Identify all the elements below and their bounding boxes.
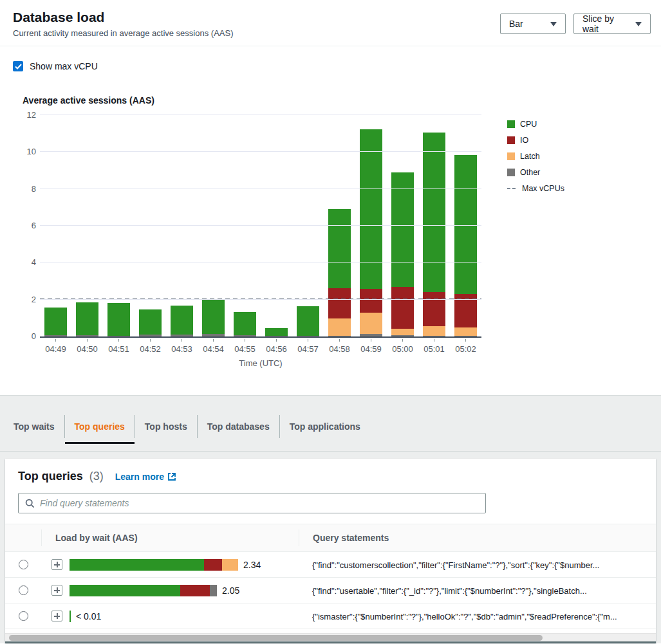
chevron-down-icon xyxy=(550,22,557,26)
stacked-bar-05:00[interactable] xyxy=(391,172,414,336)
pane-bottom-edge xyxy=(5,641,656,643)
expand-row-button[interactable] xyxy=(51,585,62,596)
load-value: 2.34 xyxy=(243,560,261,570)
chart-legend: CPU IO Latch Other Max vCPUs xyxy=(507,116,564,395)
table-row: < 0.01 {"ismaster":{"$numberInt":"?"},"h… xyxy=(5,603,656,629)
stacked-bar-04:55[interactable] xyxy=(234,312,256,336)
row-select-radio[interactable] xyxy=(19,585,28,595)
chevron-down-icon xyxy=(635,22,642,26)
stacked-bar-04:50[interactable] xyxy=(76,302,98,336)
table-row: 2.34 {"find":"customerscollection","filt… xyxy=(5,552,656,578)
slice-by-dropdown[interactable]: Slice by wait xyxy=(573,14,651,34)
y-tick-label: 6 xyxy=(18,221,36,231)
legend-item-latch: Latch xyxy=(507,152,564,161)
legend-item-max-vcpus: Max vCPUs xyxy=(507,184,564,193)
bar-segment-other xyxy=(76,335,98,336)
bar-segment-cpu xyxy=(202,299,225,334)
tab-top-applications[interactable]: Top applications xyxy=(279,415,370,438)
stacked-bar-04:58[interactable] xyxy=(328,209,351,336)
gridline xyxy=(40,151,481,152)
bar-segment-cpu xyxy=(44,308,67,335)
chart-title: Average active sessions (AAS) xyxy=(23,95,661,106)
query-statement-link[interactable]: {"find":"usertable","filter":{"_id":"?"}… xyxy=(312,586,587,596)
stacked-bar-04:59[interactable] xyxy=(360,129,382,336)
bar-segment-cpu xyxy=(454,155,477,294)
bar-segment-cpu xyxy=(171,306,193,335)
y-tick-label: 10 xyxy=(18,147,36,157)
stacked-bar-05:01[interactable] xyxy=(423,133,445,336)
lower-section: Top queries (3) Learn more Load by wait … xyxy=(0,452,661,643)
top-queries-table: Load by wait (AAS) Query statements 2.34… xyxy=(5,524,656,629)
dimension-tabs-band: Top waits Top queries Top hosts Top data… xyxy=(0,395,661,452)
load-segment-cpu xyxy=(70,585,180,596)
x-tick-label: 04:55 xyxy=(229,339,261,354)
bar-segment-cpu xyxy=(76,302,98,335)
x-tick-label: 04:53 xyxy=(166,339,198,354)
stacked-bar-04:57[interactable] xyxy=(297,306,319,336)
x-tick-label: 04:49 xyxy=(40,339,71,354)
x-tick-label: 05:02 xyxy=(450,339,481,354)
stacked-bar-04:56[interactable] xyxy=(265,328,288,336)
gridline xyxy=(40,225,481,226)
row-select-radio[interactable] xyxy=(19,560,28,569)
load-segment-io xyxy=(204,559,222,571)
chart-type-dropdown-value: Bar xyxy=(509,19,523,29)
bar-segment-latch xyxy=(423,326,445,336)
x-tick-label: 04:52 xyxy=(135,339,166,354)
expand-row-button[interactable] xyxy=(51,559,62,570)
chart-type-dropdown[interactable]: Bar xyxy=(500,14,566,34)
other-swatch-icon xyxy=(507,169,515,176)
x-tick-label: 04:50 xyxy=(71,339,103,354)
bar-segment-latch xyxy=(360,313,382,333)
tab-top-databases[interactable]: Top databases xyxy=(197,415,279,438)
panel-count: (3) xyxy=(89,470,104,483)
column-header-query: Query statements xyxy=(299,529,656,546)
bar-segment-other xyxy=(328,336,351,336)
bar-segment-cpu xyxy=(234,312,256,335)
bar-segment-other xyxy=(234,335,256,336)
stacked-bar-04:51[interactable] xyxy=(107,303,130,336)
scrollbar-thumb[interactable] xyxy=(9,635,543,641)
bar-segment-cpu xyxy=(107,303,130,336)
chart-plot: 024681012 xyxy=(40,116,481,338)
show-max-vcpu-checkbox[interactable] xyxy=(13,61,23,71)
aas-chart-section: Average active sessions (AAS) 024681012 … xyxy=(0,72,661,395)
search-input[interactable] xyxy=(40,498,479,508)
expand-row-button[interactable] xyxy=(51,611,62,621)
check-icon xyxy=(15,64,22,69)
bar-segment-other xyxy=(391,335,414,336)
stacked-bar-04:54[interactable] xyxy=(202,299,225,336)
bar-segment-io xyxy=(423,292,445,327)
bar-segment-cpu xyxy=(423,133,445,291)
query-statement-link[interactable]: {"find":"customerscollection","filter":{… xyxy=(312,560,599,571)
horizontal-scrollbar[interactable] xyxy=(5,633,656,641)
row-select-radio[interactable] xyxy=(19,611,28,621)
bar-segment-cpu xyxy=(360,129,382,289)
latch-swatch-icon xyxy=(507,152,515,160)
stacked-bar-05:02[interactable] xyxy=(454,155,477,336)
bar-segment-cpu xyxy=(139,309,162,335)
bar-segment-other xyxy=(265,336,288,336)
tab-top-hosts[interactable]: Top hosts xyxy=(135,415,197,438)
tab-top-waits[interactable]: Top waits xyxy=(4,415,64,438)
learn-more-link[interactable]: Learn more xyxy=(115,472,176,482)
bar-segment-latch xyxy=(454,327,477,336)
x-tick-label: 04:57 xyxy=(292,339,324,354)
stacked-bar-04:53[interactable] xyxy=(171,306,193,336)
x-tick-label: 04:54 xyxy=(198,339,229,354)
stacked-bar-04:49[interactable] xyxy=(44,308,67,336)
load-by-wait-bar xyxy=(70,585,217,596)
query-statement-link[interactable]: {"ismaster":{"$numberInt":"?"},"helloOk"… xyxy=(312,612,617,622)
search-icon xyxy=(25,499,35,508)
stacked-bar-04:52[interactable] xyxy=(139,309,162,336)
tab-top-queries[interactable]: Top queries xyxy=(64,415,135,438)
query-search-box[interactable] xyxy=(18,493,486,513)
chart-bars[interactable] xyxy=(40,116,481,336)
show-max-vcpu-label: Show max vCPU xyxy=(30,61,98,71)
top-queries-card: Top queries (3) Learn more Load by wait … xyxy=(5,459,656,643)
bar-segment-other xyxy=(107,336,130,336)
header-controls: Bar Slice by wait xyxy=(500,14,651,34)
x-axis-labels: 04:4904:5004:5104:5204:5304:5404:5504:56… xyxy=(40,339,481,354)
show-max-vcpu-row: Show max vCPU xyxy=(0,46,661,72)
table-header-row: Load by wait (AAS) Query statements xyxy=(5,524,656,552)
